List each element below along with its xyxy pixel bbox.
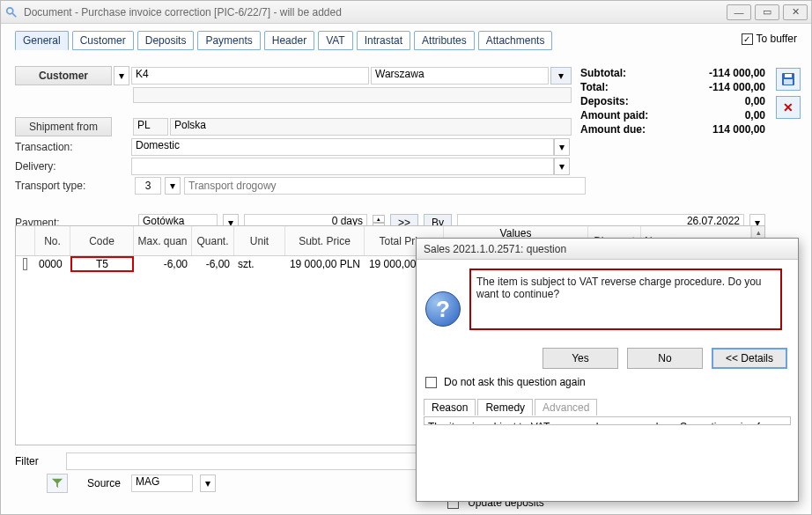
col-quant[interactable]: Quant. [192,226,234,255]
to-buffer-checkbox[interactable]: ✓ [742,33,753,45]
transport-dropdown-icon[interactable]: ▾ [165,177,181,195]
subtotal-label: Subtotal: [580,66,626,80]
subtotal-value: -114 000,00 [709,66,765,80]
cell-no: 0000 [35,256,70,272]
transaction-select[interactable]: Domestic [131,138,554,156]
dont-ask-label: Do not ask this question again [444,376,586,388]
tab-customer[interactable]: Customer [72,31,134,50]
col-subtprice[interactable]: Subt. Price [285,226,365,255]
transport-label: Transport type: [15,180,121,192]
tab-payments[interactable]: Payments [197,31,260,50]
source-select[interactable]: MAG [131,475,193,492]
total-value: -114 000,00 [709,80,765,94]
customer-picker-button[interactable]: Customer [15,66,112,85]
due-value: 114 000,00 [712,122,765,136]
customer-search-button[interactable]: ▾ [550,67,572,85]
question-dialog: Sales 2021.1.0.2571: question ? The item… [416,238,799,502]
reason-text: The item is subject to VAT reverse charg… [424,416,791,425]
search-icon [4,5,18,19]
cell-quant: -6,00 [192,256,234,272]
close-button[interactable]: ✕ [783,4,808,20]
transaction-label: Transaction: [15,141,121,153]
cell-maxq: -6,00 [134,256,192,272]
save-button[interactable] [776,68,801,91]
svg-marker-7 [52,479,63,489]
total-label: Total: [580,80,609,94]
svg-point-0 [7,7,13,13]
due-label: Amount due: [580,122,646,136]
col-maxq[interactable]: Max. quan [134,226,192,255]
shipment-picker-button[interactable]: Shipment from [15,117,112,136]
to-buffer-label: To buffer [757,33,797,45]
delivery-select[interactable] [131,158,554,175]
question-icon: ? [425,291,461,327]
source-label: Source [75,477,124,489]
cell-unit: szt. [234,256,285,272]
maximize-button[interactable]: ▭ [755,4,779,20]
deposits-value: 0,00 [745,94,765,108]
minimize-button[interactable]: — [727,4,751,20]
delivery-label: Delivery: [15,160,121,173]
tab-vat[interactable]: VAT [318,31,353,50]
svg-rect-3 [785,74,792,77]
customer-dropdown[interactable]: ▾ [114,66,129,85]
shipment-country: Polska [170,118,572,136]
tab-advanced[interactable]: Advanced [535,399,597,416]
no-button[interactable]: No [627,348,703,369]
tab-header[interactable]: Header [264,31,314,50]
main-tabs: General Customer Deposits Payments Heade… [15,31,806,50]
paid-label: Amount paid: [580,108,648,122]
source-dropdown-icon[interactable]: ▾ [200,475,216,492]
customer-code: K4 [131,67,369,85]
customer-city: Warszawa [371,67,549,85]
transport-number[interactable]: 3 [135,177,161,195]
tab-attachments[interactable]: Attachments [478,31,553,50]
dialog-title: Sales 2021.1.0.2571: question [417,239,798,260]
days-up[interactable]: ▴ [373,215,385,223]
dialog-message: The item is subject to VAT reverse charg… [469,269,782,330]
totals: Subtotal:-114 000,00 Total:-114 000,00 D… [580,66,765,136]
filter-label: Filter [15,455,59,467]
cell-code[interactable]: T5 [70,256,134,272]
row-checkbox[interactable] [23,258,27,270]
customer-extra [133,87,572,103]
filter-tool-button[interactable] [47,474,68,493]
col-no[interactable]: No. [35,226,70,255]
svg-line-1 [12,12,16,16]
titlebar: Document - Purchase invoice correction [… [1,1,811,24]
svg-rect-4 [784,79,793,85]
transport-name[interactable] [184,177,586,195]
to-buffer[interactable]: ✓ To buffer [742,33,797,45]
transaction-dropdown-icon[interactable]: ▾ [554,138,570,156]
deposits-label: Deposits: [580,94,629,108]
tab-deposits[interactable]: Deposits [137,31,195,50]
delivery-dropdown-icon[interactable]: ▾ [554,158,570,175]
tab-reason[interactable]: Reason [424,399,476,416]
tab-attributes[interactable]: Attributes [414,31,475,50]
paid-value: 0,00 [745,108,765,122]
shipment-code: PL [133,118,168,136]
tab-remedy[interactable]: Remedy [477,399,533,416]
col-unit[interactable]: Unit [234,226,285,255]
cell-subtprice: 19 000,00 PLN [285,256,365,272]
window-title: Document - Purchase invoice correction [… [24,6,342,18]
tab-general[interactable]: General [15,31,69,50]
col-code[interactable]: Code [70,226,134,255]
details-button[interactable]: << Details [712,348,787,369]
dont-ask-checkbox[interactable] [425,377,437,388]
delete-button[interactable]: ✕ [776,96,801,119]
yes-button[interactable]: Yes [543,348,618,369]
tab-intrastat[interactable]: Intrastat [357,31,410,50]
